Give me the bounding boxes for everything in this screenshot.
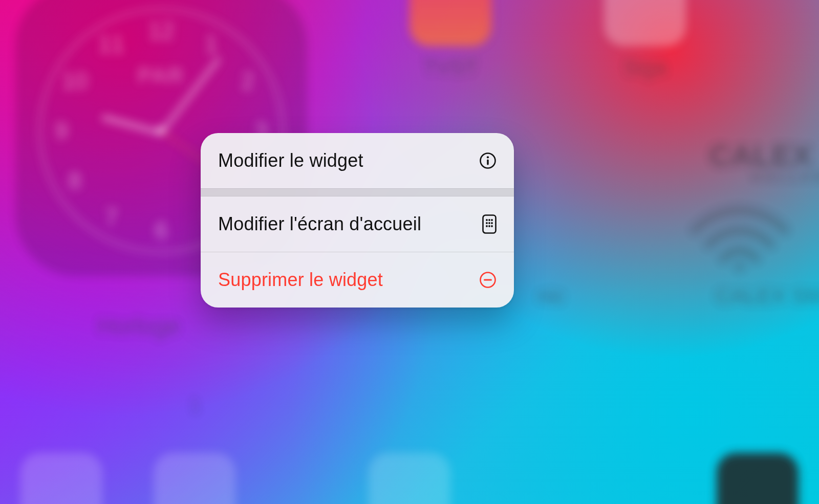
clock-numeral: 6 bbox=[155, 216, 168, 244]
dock-app-3[interactable] bbox=[369, 453, 450, 504]
dock-app-4[interactable] bbox=[717, 453, 799, 504]
clock-numeral: 10 bbox=[62, 67, 88, 95]
widget-context-menu: Modifier le widget Modifier l'écran d'ac… bbox=[201, 133, 514, 308]
app-tvst-label: TVST bbox=[410, 55, 491, 80]
menu-item-delete-widget[interactable]: Supprimer le widget bbox=[201, 252, 514, 308]
svg-point-7 bbox=[491, 219, 493, 221]
app-tvst[interactable]: TVST bbox=[410, 0, 491, 80]
clock-city-code: PAR bbox=[138, 63, 185, 88]
menu-item-edit-home-label: Modifier l'écran d'accueil bbox=[218, 213, 421, 235]
calex-logo: CALEX HOLLAND bbox=[709, 138, 819, 184]
apps-grid-icon bbox=[482, 214, 497, 234]
dock-hint-number: 1 bbox=[189, 394, 201, 417]
svg-point-2 bbox=[487, 156, 489, 158]
calex-brand: CALEX bbox=[709, 138, 819, 172]
svg-point-13 bbox=[491, 225, 493, 227]
app-tvst-icon bbox=[410, 0, 491, 46]
dock-app-2[interactable] bbox=[154, 453, 235, 504]
svg-point-8 bbox=[486, 222, 488, 224]
app-partial-nic-label: nic bbox=[537, 284, 565, 309]
svg-point-11 bbox=[486, 225, 488, 227]
menu-separator-thick bbox=[201, 188, 514, 196]
clock-numeral: 11 bbox=[98, 30, 124, 58]
app-siga[interactable]: Siga bbox=[604, 0, 686, 80]
minus-circle-icon bbox=[479, 271, 497, 289]
info-icon bbox=[479, 152, 497, 169]
clock-center-pin bbox=[157, 126, 166, 135]
clock-numeral: 12 bbox=[148, 17, 174, 45]
clock-widget-label: Horloge bbox=[97, 312, 180, 340]
clock-numeral: 1 bbox=[205, 30, 218, 58]
svg-point-6 bbox=[488, 219, 490, 221]
svg-rect-4 bbox=[483, 215, 496, 233]
svg-rect-15 bbox=[484, 279, 492, 280]
app-siga-icon bbox=[604, 0, 686, 46]
calex-tagline: HOLLAND bbox=[752, 170, 819, 184]
clock-numeral: 7 bbox=[105, 203, 118, 231]
app-partial-nic[interactable]: nic bbox=[537, 284, 565, 309]
clock-numeral: 2 bbox=[241, 67, 254, 95]
svg-point-0 bbox=[735, 262, 745, 271]
clock-numeral: 8 bbox=[68, 167, 81, 194]
app-calex-smart-label: CALEX SM bbox=[716, 284, 819, 309]
app-siga-label: Siga bbox=[604, 55, 686, 80]
wifi-icon bbox=[688, 200, 791, 271]
clock-numeral: 9 bbox=[55, 117, 68, 144]
svg-point-5 bbox=[486, 219, 488, 221]
clock-hour-hand bbox=[101, 115, 162, 136]
dock-app-1[interactable] bbox=[20, 453, 102, 504]
menu-item-edit-widget[interactable]: Modifier le widget bbox=[201, 133, 514, 188]
menu-item-edit-widget-label: Modifier le widget bbox=[218, 150, 363, 171]
app-calex-smart[interactable]: CALEX SM bbox=[716, 284, 819, 309]
menu-item-edit-home[interactable]: Modifier l'écran d'accueil bbox=[201, 196, 514, 252]
svg-point-9 bbox=[488, 222, 490, 224]
menu-item-delete-widget-label: Supprimer le widget bbox=[218, 269, 383, 291]
svg-point-12 bbox=[488, 225, 490, 227]
svg-point-10 bbox=[491, 222, 493, 224]
svg-rect-3 bbox=[487, 160, 488, 165]
